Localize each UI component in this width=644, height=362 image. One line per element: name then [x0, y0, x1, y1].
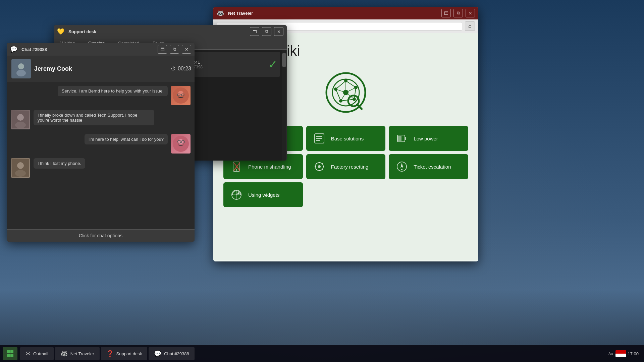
scrollbar[interactable]: [282, 50, 286, 161]
net-traveler-icon: 🦝: [60, 350, 68, 357]
svg-point-30: [236, 169, 237, 171]
agent-avatar-1: [171, 86, 191, 105]
message-text-1: Service. I am Bernd here to help you wit…: [62, 88, 164, 94]
wiki-btn-base-solutions-label: Base solutions: [331, 136, 364, 141]
wiki-logo: [322, 69, 369, 116]
taskbar-chat-label: Chat #29388: [164, 351, 189, 356]
taskbar-outmail-label: Outmail: [33, 351, 48, 356]
user-avatar-2: [11, 158, 30, 178]
wiki-btn-phone-mishandling-label: Phone mishandling: [248, 164, 291, 170]
taskbar-item-support-desk[interactable]: ❓ Support desk: [101, 347, 148, 360]
taskbar: ✉ Outmail 🦝 Net Traveler ❓ Support desk …: [0, 345, 644, 362]
browser-restore-btn[interactable]: ⧉: [453, 9, 463, 17]
chat-user-header: Jeremy Cook ⏱ 00:23: [7, 56, 195, 82]
taskbar-item-outmail[interactable]: ✉ Outmail: [20, 347, 54, 360]
wiki-btn-base-solutions[interactable]: Base solutions: [306, 126, 386, 151]
svg-rect-27: [405, 137, 406, 140]
chat-title: Chat #29388: [21, 47, 155, 52]
flag-red-stripe: [615, 350, 626, 354]
browser-close-btn[interactable]: ✕: [466, 9, 475, 17]
using-widgets-icon: [229, 188, 244, 202]
svg-point-66: [17, 114, 24, 121]
chat-message-4: I think I lost my phone.: [11, 158, 191, 178]
wiki-btn-ticket-escalation-label: Ticket escalation: [414, 164, 451, 170]
browser-home-btn[interactable]: ⌂: [465, 21, 475, 31]
ticket-escalation-icon: [395, 160, 409, 174]
browser-icon: 🦝: [217, 9, 224, 17]
taskbar-start-btn[interactable]: [3, 347, 17, 360]
chat-window: 💬 Chat #29388 🗔 ⧉ ✕ Jeremy Cook ⏱ 00:23: [7, 43, 195, 242]
taskbar-support-label: Support desk: [116, 351, 142, 356]
factory-resetting-icon: [312, 160, 326, 174]
ticket-time: 01:41: [189, 60, 266, 65]
svg-point-73: [17, 162, 24, 169]
chat-message-2: I finally broke down and called Tech Sup…: [11, 110, 191, 129]
svg-point-58: [18, 63, 24, 69]
wiki-btn-ticket-escalation[interactable]: Ticket escalation: [389, 154, 468, 179]
chat-bubble-3: I'm here to help, what can I do for you?: [85, 134, 168, 144]
browser-minimize-btn[interactable]: 🗔: [441, 9, 451, 17]
chat-timer: ⏱ 00:23: [171, 66, 191, 72]
wiki-btn-low-power-label: Low power: [414, 136, 438, 141]
support-restore-btn[interactable]: ⧉: [262, 27, 271, 36]
chat-restore-btn[interactable]: ⧉: [170, 45, 179, 54]
agent-avatar-2: [171, 134, 191, 154]
support-desk-icon: ❓: [106, 350, 114, 357]
scroll-thumb[interactable]: [282, 53, 286, 67]
chat-bubble-4: I think I lost my phone.: [34, 158, 85, 169]
svg-point-34: [318, 165, 321, 168]
user-avatar-1: [11, 110, 30, 129]
chat-taskbar-icon: 💬: [154, 350, 161, 357]
ticket-id: #47398: [189, 65, 266, 69]
svg-rect-28: [398, 136, 401, 141]
outmail-icon: ✉: [25, 350, 31, 357]
browser-title: Net Traveler: [228, 11, 439, 16]
browser-titlebar[interactable]: 🦝 Net Traveler 🗔 ⧉ ✕: [213, 7, 478, 19]
chat-bubble-2: I finally broke down and called Tech Sup…: [34, 110, 154, 125]
wiki-btn-factory-resetting-label: Factory resetting: [331, 164, 369, 170]
support-close-btn[interactable]: ✕: [274, 27, 283, 36]
base-solutions-icon: [312, 131, 326, 145]
taskbar-nettraveler-label: Net Traveler: [70, 351, 94, 356]
taskbar-flag: [615, 350, 626, 357]
chat-close-btn[interactable]: ✕: [182, 45, 191, 54]
svg-point-59: [16, 70, 26, 76]
chat-icon: 💬: [10, 46, 17, 53]
svg-line-14: [346, 87, 356, 93]
svg-rect-77: [7, 354, 10, 357]
chat-bubble-1: Service. I am Bernd here to help you wit…: [58, 86, 168, 96]
taskbar-system-area: Au 17:00: [608, 350, 641, 357]
wiki-btn-factory-resetting[interactable]: Factory resetting: [306, 154, 386, 179]
svg-marker-44: [400, 163, 403, 168]
clock-time: 17:00: [628, 351, 639, 356]
support-titlebar[interactable]: 💛 Support desk 🗔 ⧉ ✕: [54, 25, 287, 38]
flag-white-stripe: [615, 354, 626, 357]
taskbar-item-chat[interactable]: 💬 Chat #29388: [149, 347, 194, 360]
chat-messages-area[interactable]: Service. I am Bernd here to help you wit…: [7, 82, 195, 229]
support-icon: 💛: [57, 28, 64, 35]
ticket-status-icon: ✓: [268, 58, 277, 71]
wiki-btn-using-widgets-label: Using widgets: [248, 192, 279, 198]
svg-line-16: [341, 93, 346, 101]
message-text-4: I think I lost my phone.: [38, 161, 81, 166]
taskbar-clock: 17:00: [628, 351, 641, 356]
svg-rect-78: [10, 354, 13, 357]
message-text-3: I'm here to help, what can I do for you?: [89, 137, 164, 142]
clock-icon: ⏱: [171, 66, 176, 72]
svg-point-69: [178, 139, 183, 144]
svg-point-45: [401, 169, 402, 170]
svg-rect-76: [10, 350, 13, 353]
chat-user-avatar: [11, 59, 31, 78]
chat-message-3: I'm here to help, what can I do for you?: [11, 134, 191, 154]
svg-point-74: [15, 170, 26, 177]
wiki-btn-using-widgets[interactable]: Using widgets: [223, 182, 303, 207]
wiki-btn-low-power[interactable]: Low power: [389, 126, 468, 151]
chat-minimize-btn[interactable]: 🗔: [158, 45, 167, 54]
svg-point-67: [15, 122, 26, 128]
chat-footer-options[interactable]: Click for chat options: [7, 229, 195, 242]
taskbar-item-net-traveler[interactable]: 🦝 Net Traveler: [55, 347, 100, 360]
chat-message-1: Service. I am Bernd here to help you wit…: [11, 86, 191, 105]
chat-titlebar[interactable]: 💬 Chat #29388 🗔 ⧉ ✕: [7, 43, 195, 56]
support-minimize-btn[interactable]: 🗔: [250, 27, 259, 36]
chat-user-name: Jeremy Cook: [34, 65, 72, 72]
